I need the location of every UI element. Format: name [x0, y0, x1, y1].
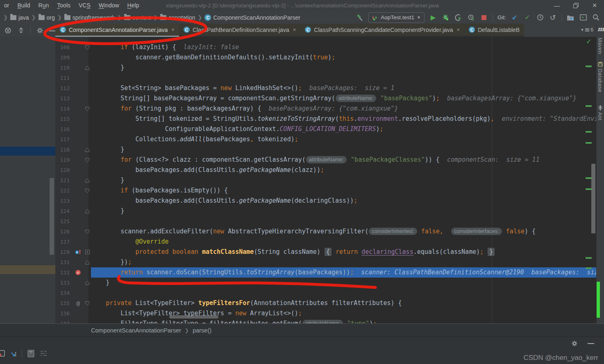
mute-breakpoints-icon[interactable] — [0, 349, 5, 359]
code-editor[interactable]: 108 if (lazyInit) { lazyInit: false109 s… — [55, 37, 597, 323]
menu-tools[interactable]: Tools — [53, 0, 75, 11]
fold-marker[interactable] — [84, 247, 91, 257]
select-in-icon[interactable] — [4, 26, 12, 34]
breadcrumb-item-class[interactable]: CComponentScanAnnotationParser — [204, 14, 301, 21]
fold-marker[interactable] — [84, 206, 91, 216]
line-number[interactable]: 110 — [55, 63, 73, 73]
change-mark[interactable] — [586, 257, 592, 259]
menu-help[interactable]: Help — [123, 0, 143, 11]
line-number[interactable]: 127 — [55, 237, 73, 247]
line-number[interactable]: 108 — [55, 42, 73, 52]
line-number[interactable]: 124 — [55, 206, 73, 216]
rollback-icon[interactable]: ↺ — [549, 14, 557, 22]
change-mark[interactable] — [586, 188, 592, 190]
toolwindow-database[interactable]: Database — [597, 69, 603, 93]
gear-icon[interactable] — [36, 26, 44, 34]
close-icon[interactable]: × — [585, 0, 604, 11]
fold-marker[interactable] — [84, 42, 91, 52]
line-number[interactable]: 115 — [55, 114, 73, 124]
hide-tabs-icon[interactable]: — — [49, 27, 55, 34]
menu-build[interactable]: Build — [13, 0, 34, 11]
run-config-select[interactable]: AopTest.test1 ▼ — [368, 12, 425, 23]
line-number[interactable]: 128 — [55, 247, 73, 257]
breadcrumb-item-context[interactable]: context — [123, 14, 152, 21]
line-number[interactable]: 113 — [55, 93, 73, 104]
line-number[interactable]: 136 — [55, 308, 73, 319]
line-number[interactable]: 134 — [55, 288, 73, 298]
line-number[interactable]: 126 — [55, 226, 73, 237]
fold-marker[interactable] — [84, 155, 91, 165]
fold-marker[interactable] — [84, 278, 91, 288]
override-method-icon[interactable]: o — [73, 247, 84, 257]
run-icon[interactable]: ▶ — [429, 14, 437, 22]
folded-code-chip[interactable]: } — [488, 248, 495, 256]
fold-marker[interactable] — [84, 104, 91, 114]
close-tab-icon[interactable]: × — [293, 27, 296, 33]
line-number[interactable]: 119 — [55, 155, 73, 165]
search-icon[interactable] — [592, 14, 600, 22]
breadcrumb-method[interactable]: parse() — [193, 327, 211, 334]
hidden-tabs-dropdown[interactable]: ▼ 6 — [580, 24, 593, 36]
line-number[interactable]: 121 — [55, 175, 73, 185]
line-number[interactable]: 111 — [55, 73, 73, 83]
maximize-icon[interactable] — [566, 0, 585, 11]
folded-code-chip[interactable]: { — [325, 248, 332, 256]
line-number[interactable]: 137 — [55, 319, 73, 323]
change-mark[interactable] — [586, 66, 592, 67]
fold-marker[interactable] — [84, 298, 91, 308]
layout-settings-icon[interactable] — [40, 350, 48, 358]
fold-marker[interactable] — [84, 185, 91, 196]
change-mark[interactable] — [586, 105, 592, 107]
fold-marker[interactable] — [84, 63, 91, 73]
line-number[interactable]: 114 — [55, 104, 73, 114]
close-tab-icon[interactable]: × — [171, 27, 175, 33]
tab-classpathscanningcandidatecomponentprovider-java[interactable]: CClassPathScanningCandidateComponentProv… — [300, 24, 464, 37]
line-number[interactable]: 123 — [55, 196, 73, 206]
expand-collapse-icon[interactable] — [17, 26, 25, 34]
breadcrumb-item-annotation[interactable]: annotation — [159, 14, 196, 21]
fold-marker[interactable] — [84, 175, 91, 185]
fold-marker[interactable] — [84, 257, 91, 267]
line-number[interactable]: 120 — [55, 165, 73, 175]
toolwindows-icon[interactable] — [566, 14, 574, 22]
preview-window-icon[interactable] — [579, 14, 587, 22]
coverage-icon[interactable] — [467, 14, 475, 22]
toolwindow-ant[interactable]: Ant — [597, 112, 603, 120]
menu-window[interactable]: Window — [95, 0, 123, 11]
hide-panel-icon[interactable]: — — [588, 340, 594, 347]
git-update-icon[interactable]: ↙ — [511, 14, 519, 22]
line-number[interactable]: 122 — [55, 185, 73, 196]
line-number[interactable]: 132 — [55, 267, 73, 278]
line-number[interactable]: 109 — [55, 52, 73, 63]
menu-run[interactable]: Run — [34, 0, 53, 11]
left-panel-scrollbar[interactable] — [50, 178, 54, 255]
settings-gear-icon[interactable] — [570, 339, 579, 348]
git-commit-icon[interactable]: ✓ — [523, 14, 531, 22]
stop-icon[interactable] — [480, 14, 488, 22]
fold-marker[interactable] — [84, 145, 91, 155]
line-number[interactable]: 133 — [55, 278, 73, 288]
menu-or[interactable]: or — [0, 0, 13, 11]
line-number[interactable]: 135 — [55, 298, 73, 308]
breadcrumb-class[interactable]: ComponentScanAnnotationParser — [91, 327, 181, 334]
profiler-icon[interactable] — [454, 14, 463, 22]
minimize-icon[interactable]: — — [547, 0, 566, 11]
vertical-scrollbar[interactable] — [591, 164, 595, 233]
line-number[interactable]: 125 — [55, 216, 73, 226]
change-mark[interactable] — [586, 142, 592, 144]
breadcrumb-item-springframework[interactable]: springframework — [64, 14, 116, 21]
inspections-ok-icon[interactable]: ✓ — [586, 38, 591, 45]
horizontal-scrollbar[interactable] — [169, 315, 218, 319]
line-number[interactable]: 116 — [55, 124, 73, 134]
build-hammer-icon[interactable] — [356, 14, 364, 22]
line-number[interactable]: 118 — [55, 145, 73, 155]
change-mark[interactable] — [586, 177, 592, 179]
history-clock-icon[interactable] — [536, 14, 544, 22]
menu-vcs[interactable]: VCS — [75, 0, 95, 11]
line-number[interactable]: 112 — [55, 83, 73, 93]
debug-bug-icon[interactable] — [442, 14, 450, 22]
annotation-gutter-icon[interactable]: @ — [73, 298, 84, 308]
run-to-cursor-icon[interactable]: ↘I — [10, 350, 17, 358]
tab-defaultlistableb[interactable]: CDefaultListableB — [464, 24, 524, 37]
line-number[interactable]: 117 — [55, 134, 73, 145]
